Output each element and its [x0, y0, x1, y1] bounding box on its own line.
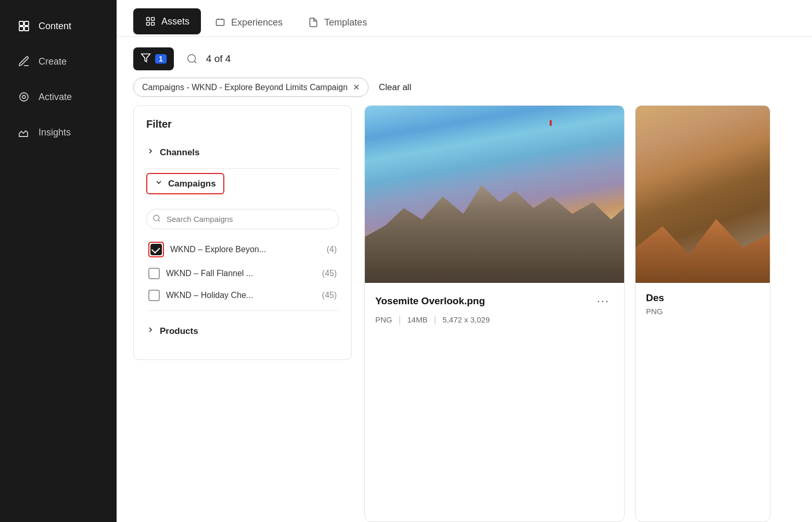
campaigns-search-icon: [153, 214, 161, 225]
chevron-down-icon: [155, 178, 163, 189]
main-content: Assets Experiences Templates 1 4 of 4: [117, 0, 812, 522]
products-header[interactable]: Products: [146, 319, 339, 343]
svg-rect-0: [19, 21, 23, 26]
campaign-item-3-count: (45): [322, 291, 337, 300]
checkbox-highlight-wrap: [148, 242, 164, 257]
divider: [146, 168, 339, 169]
campaign-item-2[interactable]: WKND – Fall Flannel ... (45): [146, 263, 339, 284]
asset-type-2: PNG: [646, 307, 759, 316]
asset-card-info-1: Yosemite Overlook.png ··· PNG | 14MB | 5…: [365, 283, 624, 334]
campaign-item-1-label: WKND – Explore Beyon...: [170, 245, 266, 254]
svg-point-4: [22, 95, 26, 98]
channels-header[interactable]: Channels: [146, 141, 339, 164]
campaign-checkbox-1[interactable]: [150, 244, 162, 255]
svg-rect-10: [217, 19, 224, 26]
asset-meta-1: PNG | 14MB | 5,472 x 3,029: [375, 314, 614, 325]
content-area: Filter Channels Cam: [117, 105, 812, 522]
tab-assets-label: Assets: [161, 16, 189, 27]
channels-section: Channels: [146, 141, 339, 164]
campaign-item-1[interactable]: WKND – Explore Beyon... (4): [146, 237, 339, 263]
asset-card-2: Des PNG: [635, 105, 770, 522]
products-section: Products: [146, 319, 339, 343]
sidebar: Content Create Activate Insights: [0, 0, 117, 522]
svg-rect-3: [24, 27, 29, 31]
campaigns-section: Campaigns WKND – Explore Beyon...: [146, 173, 339, 306]
clear-all-button[interactable]: Clear all: [375, 78, 415, 97]
campaign-item-3-label: WKND – Holiday Che...: [166, 291, 253, 300]
chevron-right-icon-2: [146, 326, 155, 337]
campaign-checkbox-3[interactable]: [148, 290, 160, 301]
templates-icon: [308, 17, 319, 28]
asset-title-1: Yosemite Overlook.png: [375, 295, 485, 307]
filter-tag-close-button[interactable]: ✕: [353, 82, 360, 92]
sidebar-item-activate[interactable]: Activate: [4, 80, 112, 114]
tab-experiences-label: Experiences: [231, 17, 283, 28]
mountain-image: [365, 106, 624, 283]
svg-rect-9: [151, 22, 155, 26]
filter-icon: [141, 53, 151, 65]
sidebar-item-insights[interactable]: Insights: [4, 116, 112, 149]
sidebar-item-label: Create: [39, 56, 67, 67]
svg-point-12: [188, 55, 196, 63]
products-label: Products: [160, 326, 198, 337]
meta-sep-1: |: [399, 314, 401, 325]
insights-icon: [17, 125, 31, 140]
svg-point-14: [154, 215, 159, 221]
filter-badge: 1: [155, 54, 167, 64]
tab-experiences[interactable]: Experiences: [203, 9, 294, 35]
toolbar: 1 4 of 4: [117, 37, 812, 78]
create-icon: [17, 54, 31, 69]
active-filter-tag: Campaigns - WKND - Explore Beyond Limits…: [133, 78, 369, 97]
sidebar-item-label: Activate: [39, 92, 72, 103]
channels-label: Channels: [160, 147, 200, 158]
tab-templates[interactable]: Templates: [296, 9, 378, 35]
desert-image: [636, 106, 770, 283]
filter-title: Filter: [146, 118, 339, 130]
asset-title-row-1: Yosemite Overlook.png ···: [375, 292, 614, 310]
svg-rect-7: [151, 18, 155, 21]
chevron-right-icon: [146, 147, 155, 158]
filter-tag-label: Campaigns - WKND - Explore Beyond Limits…: [142, 83, 348, 92]
tab-assets[interactable]: Assets: [133, 8, 201, 34]
svg-line-13: [194, 61, 196, 63]
campaigns-label: Campaigns: [168, 179, 216, 189]
svg-rect-2: [19, 27, 23, 31]
asset-card-info-2: Des PNG: [636, 283, 770, 325]
svg-point-5: [20, 93, 28, 101]
svg-rect-1: [24, 21, 29, 26]
activate-icon: [17, 90, 31, 104]
content-icon: [17, 19, 31, 33]
search-icon: [186, 53, 198, 65]
result-count: 4 of 4: [206, 53, 231, 65]
assets-area: Yosemite Overlook.png ··· PNG | 14MB | 5…: [352, 105, 795, 522]
campaign-item-2-count: (45): [322, 269, 337, 278]
sidebar-item-label: Insights: [39, 127, 71, 138]
asset-image-2: [636, 106, 770, 283]
svg-line-15: [158, 220, 160, 221]
sidebar-item-create[interactable]: Create: [4, 45, 112, 78]
sidebar-item-content[interactable]: Content: [4, 9, 112, 43]
campaigns-search: [146, 209, 339, 229]
meta-sep-2: |: [434, 314, 436, 325]
campaigns-search-input[interactable]: [146, 209, 339, 229]
campaign-item-3[interactable]: WKND – Holiday Che... (45): [146, 284, 339, 306]
svg-rect-6: [147, 18, 150, 21]
svg-marker-11: [142, 54, 150, 62]
asset-title-2: Des: [646, 292, 759, 304]
svg-rect-8: [147, 22, 150, 26]
campaign-item-1-count: (4): [326, 245, 337, 254]
asset-menu-button-1[interactable]: ···: [593, 292, 614, 310]
experiences-icon: [214, 17, 226, 28]
asset-image-1: [365, 106, 624, 283]
asset-size-1: 14MB: [407, 315, 427, 324]
campaign-checkbox-2[interactable]: [148, 268, 160, 279]
tab-templates-label: Templates: [324, 17, 367, 28]
asset-card-1: Yosemite Overlook.png ··· PNG | 14MB | 5…: [364, 105, 625, 522]
sidebar-item-label: Content: [39, 21, 71, 32]
filter-button[interactable]: 1: [133, 47, 174, 70]
top-nav: Assets Experiences Templates: [117, 0, 812, 37]
filter-tags: Campaigns - WKND - Explore Beyond Limits…: [117, 78, 812, 105]
divider-2: [146, 310, 339, 311]
campaigns-header[interactable]: Campaigns: [146, 173, 224, 194]
asset-dimensions-1: 5,472 x 3,029: [442, 315, 490, 324]
